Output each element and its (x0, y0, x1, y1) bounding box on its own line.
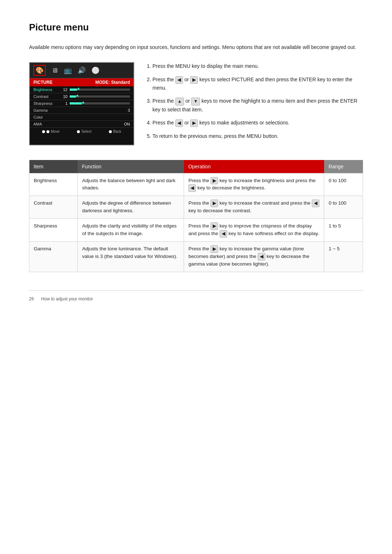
row-func-brightness: Adjusts the balance between light and da… (78, 173, 184, 196)
row-range-sharpness: 1 to 5 (324, 219, 363, 242)
osd-value-ama: ON (124, 122, 130, 126)
step-3: Press the ▲ or ▼ keys to move the highli… (152, 97, 363, 114)
step-2: Press the ◀ or ▶ keys to select PICTURE … (152, 75, 363, 92)
key-right-brightness: ▶ (211, 177, 218, 185)
osd-value-sharpness: 1 (59, 101, 68, 106)
row-op-sharpness: Press the ▶ key to improve the crispness… (184, 219, 324, 242)
osd-dot-move1 (42, 130, 45, 133)
osd-icon-display: 🖥 (52, 67, 58, 74)
key-right-sharpness: ▶ (211, 222, 218, 230)
row-op-brightness: Press the ▶ key to increase the brightne… (184, 173, 324, 196)
table-row: Brightness Adjusts the balance between l… (29, 173, 363, 196)
key-left-brightness: ◀ (188, 184, 196, 192)
step-4: Press the ◀ or ▶ keys to make adjustment… (152, 119, 363, 127)
table-header-row: Item Function Operation Range (29, 160, 363, 173)
osd-label-color: Color (33, 115, 59, 119)
osd-menu: 🎨 🖥 📺 🔊 ⚪ PICTURE MODE: Standard Brightn… (29, 62, 134, 145)
osd-icon-audio: 🔊 (78, 66, 86, 74)
osd-row-brightness: Brightness 12 (30, 86, 134, 93)
osd-dot-back (109, 130, 112, 133)
osd-bar-brightness (70, 89, 130, 91)
steps-ol: Press the MENU key to display the main m… (145, 62, 363, 140)
row-func-gamma: Adjusts the tone luminance. The default … (78, 242, 184, 272)
table-row: Contrast Adjusts the degree of differenc… (29, 196, 363, 219)
key-left-contrast: ◀ (312, 200, 319, 207)
key-up-1: ▲ (175, 98, 184, 105)
key-right-1: ▶ (190, 76, 198, 84)
osd-value-brightness: 12 (59, 87, 68, 92)
osd-footer: Move Select Back (30, 128, 134, 135)
footer-bar: 26 How to adjust your monitor (29, 290, 363, 301)
osd-header-right: MODE: Standard (95, 80, 130, 85)
osd-footer-back: Back (109, 130, 121, 134)
key-left-gamma: ◀ (258, 253, 265, 260)
osd-label-ama: AMA (33, 122, 59, 126)
content-area: 🎨 🖥 📺 🔊 ⚪ PICTURE MODE: Standard Brightn… (29, 62, 363, 145)
row-item-gamma: Gamma (29, 242, 78, 272)
key-right-gamma: ▶ (211, 245, 218, 253)
osd-icon-settings: ⚪ (91, 66, 99, 74)
table-body: Brightness Adjusts the balance between l… (29, 173, 363, 272)
table-row: Sharpness Adjusts the clarity and visibi… (29, 219, 363, 242)
osd-label-gamma: Gamma (33, 108, 59, 112)
osd-label-contrast: Contrast (33, 94, 59, 99)
osd-label-sharpness: Sharpness (33, 101, 59, 106)
osd-row-contrast: Contrast 10 (30, 93, 134, 100)
osd-icon-tv: 📺 (64, 66, 72, 74)
osd-row-sharpness: Sharpness 1 (30, 100, 134, 107)
step-5: To return to the previous menu, press th… (152, 132, 363, 140)
osd-value-gamma: 3 (128, 108, 130, 112)
osd-label-brightness: Brightness (33, 87, 59, 92)
osd-row-color: Color (30, 114, 134, 121)
row-op-contrast: Press the ▶ key to increase the contrast… (184, 196, 324, 219)
row-range-brightness: 0 to 100 (324, 173, 363, 196)
row-item-sharpness: Sharpness (29, 219, 78, 242)
steps-list: Press the MENU key to display the main m… (145, 62, 363, 145)
row-func-contrast: Adjusts the degree of difference between… (78, 196, 184, 219)
footer-text: How to adjust your monitor (41, 296, 93, 301)
osd-icons-row: 🎨 🖥 📺 🔊 ⚪ (30, 63, 134, 78)
osd-header: PICTURE MODE: Standard (30, 78, 134, 86)
key-left-2: ◀ (175, 119, 183, 127)
row-item-brightness: Brightness (29, 173, 78, 196)
page-title: Picture menu (29, 22, 363, 33)
osd-row-gamma: Gamma 3 (30, 107, 134, 114)
osd-bar-sharpness (70, 102, 130, 104)
osd-footer-move-label: Move (51, 130, 60, 134)
col-header-operation: Operation (184, 160, 324, 173)
row-range-contrast: 0 to 100 (324, 196, 363, 219)
key-left-sharpness: ◀ (220, 230, 227, 238)
osd-dot-select (77, 130, 80, 133)
row-op-gamma: Press the ▶ key to increase the gamma va… (184, 242, 324, 272)
key-left-1: ◀ (175, 76, 183, 84)
osd-footer-back-label: Back (113, 130, 121, 134)
row-func-sharpness: Adjusts the clarity and visibility of th… (78, 219, 184, 242)
col-header-item: Item (29, 160, 78, 173)
osd-value-contrast: 10 (59, 94, 68, 99)
step-1: Press the MENU key to display the main m… (152, 62, 363, 70)
osd-header-left: PICTURE (33, 80, 53, 85)
osd-footer-move: Move (42, 130, 60, 134)
key-right-2: ▶ (190, 119, 198, 127)
row-range-gamma: 1 ~ 5 (324, 242, 363, 272)
osd-bar-contrast (70, 95, 130, 98)
key-right-contrast: ▶ (211, 200, 218, 207)
page-number: 26 (29, 296, 34, 301)
row-item-contrast: Contrast (29, 196, 78, 219)
intro-text: Available menu options may vary dependin… (29, 43, 363, 51)
col-header-range: Range (324, 160, 363, 173)
osd-dot-move2 (46, 130, 49, 133)
col-header-function: Function (78, 160, 184, 173)
osd-footer-select: Select (77, 130, 91, 134)
osd-icon-picture: 🎨 (33, 65, 46, 76)
menu-table: Item Function Operation Range Brightness… (29, 160, 363, 272)
osd-footer-select-label: Select (81, 130, 91, 134)
key-down-1: ▼ (191, 98, 200, 105)
osd-row-ama: AMA ON (30, 121, 134, 128)
table-row: Gamma Adjusts the tone luminance. The de… (29, 242, 363, 272)
